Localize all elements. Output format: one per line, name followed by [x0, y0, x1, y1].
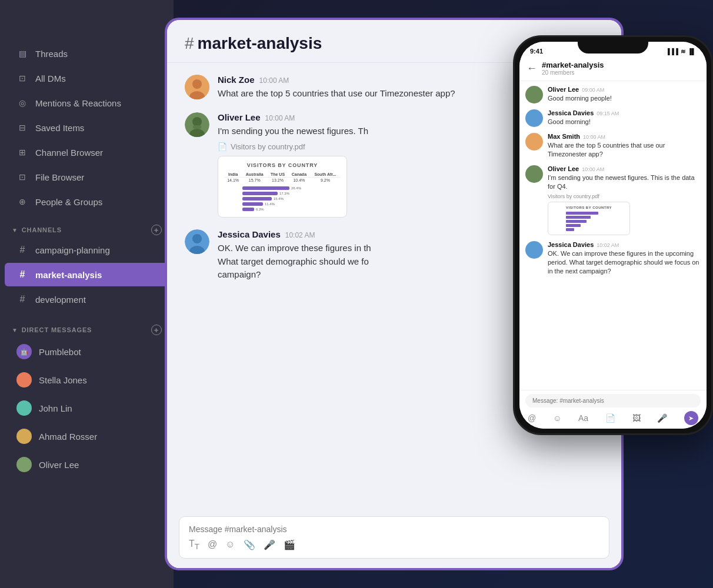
- phone-messages: Oliver Lee 09:00 AM Good morning people!…: [519, 81, 707, 390]
- channel-browser-icon: ⊞: [16, 146, 28, 158]
- phone-msg-5: Jessica Davies 10:02 AM OK. We can impro…: [525, 241, 701, 276]
- sidebar-item-saved[interactable]: ⊟ Saved Items: [5, 116, 169, 139]
- sidebar-item-pumblebot[interactable]: 🤖 Pumblebot: [5, 338, 169, 365]
- phone-mic-icon[interactable]: 🎤: [657, 413, 667, 423]
- svg-point-8: [192, 234, 202, 243]
- msg-2-author: Oliver Lee: [218, 112, 261, 122]
- bar-fill-1: [242, 186, 289, 190]
- phone-author-3: Max Smith: [548, 133, 580, 140]
- sidebar-item-development[interactable]: # development: [5, 288, 169, 311]
- emoji-icon[interactable]: ☺: [225, 539, 235, 550]
- svg-rect-6: [193, 125, 201, 129]
- phone-screen: 9:41 ▐▐▐ ≋ ▐▌ ← #market-analysis 20 memb…: [519, 42, 707, 429]
- hash-icon: #: [16, 244, 28, 256]
- phone-bar-chart: [552, 212, 626, 231]
- sidebar-item-alldms[interactable]: ⊡ All DMs: [5, 66, 169, 90]
- svg-point-1: [192, 79, 202, 89]
- phone-time-1: 09:00 AM: [582, 87, 604, 93]
- bar-chart: 26.4% 17.3% 15.4%: [224, 186, 341, 211]
- channel-name: market-analysis: [198, 34, 322, 53]
- phone-msg-1: Oliver Lee 09:00 AM Good morning people!: [525, 86, 701, 103]
- sidebar-item-ahmad[interactable]: Ahmad Rosser: [5, 423, 169, 450]
- video-icon[interactable]: 🎬: [284, 539, 295, 550]
- attach-icon[interactable]: 📎: [244, 539, 255, 550]
- chat-input-actions: TT @ ☺ 📎 🎤 🎬: [189, 539, 599, 551]
- bar-fill-5: [242, 208, 254, 211]
- bar-fill-2: [242, 192, 278, 195]
- msg-3-time: 10:02 AM: [285, 231, 315, 239]
- sidebar-item-oliver[interactable]: Oliver Lee: [5, 451, 169, 478]
- saved-icon: ⊟: [16, 122, 28, 133]
- phone-avatar-jessica-2: [525, 241, 543, 259]
- phone-mention-icon[interactable]: @: [528, 413, 536, 423]
- avatar-john: [16, 400, 32, 416]
- avatar-nick-zoe: [185, 75, 209, 99]
- phone-emoji-icon[interactable]: ☺: [553, 413, 561, 423]
- phone-author-1: Oliver Lee: [548, 86, 579, 93]
- scene: ▤ Threads ⊡ All DMs ◎ Mentions & Reactio…: [0, 0, 713, 588]
- sidebar-item-mentions[interactable]: ◎ Mentions & Reactions: [5, 91, 169, 115]
- phone-author-4: Oliver Lee: [548, 165, 579, 172]
- avatar-ahmad: [16, 429, 32, 444]
- phone-msg-4: Oliver Lee 10:00 AM I'm sending you the …: [525, 165, 701, 235]
- visitors-table: India Australia The US Canada South Afr.…: [224, 172, 341, 183]
- phone-status-right: ▐▐▐ ≋ ▐▌: [666, 48, 696, 55]
- phone-time-3: 10:00 AM: [583, 134, 605, 140]
- phone-author-2: Jessica Davies: [548, 109, 594, 116]
- msg-1-time: 10:00 AM: [259, 76, 289, 85]
- mentions-icon: ◎: [16, 97, 28, 109]
- sidebar-item-channel-browser[interactable]: ⊞ Channel Browser: [5, 141, 169, 164]
- msg-2-time: 10:00 AM: [265, 114, 295, 122]
- people-icon: ⊕: [16, 196, 28, 208]
- phone-doc-icon[interactable]: 📄: [605, 413, 615, 423]
- chat-input-field[interactable]: [189, 524, 599, 534]
- phone-input-actions: @ ☺ Aa 📄 🖼 🎤 ➤: [525, 411, 701, 425]
- phone-mockup: 9:41 ▐▐▐ ≋ ▐▌ ← #market-analysis 20 memb…: [513, 35, 713, 435]
- bar-row-2: 17.3%: [224, 192, 341, 195]
- phone-input-bar: @ ☺ Aa 📄 🖼 🎤 ➤: [519, 390, 707, 429]
- audio-icon[interactable]: 🎤: [264, 539, 275, 550]
- msg-3-author: Jessica Davies: [218, 229, 281, 239]
- bar-row-5: 6.2%: [224, 208, 341, 211]
- phone-text-2: Good morning!: [548, 118, 701, 126]
- threads-icon: ▤: [16, 48, 28, 59]
- channel-hash: #: [185, 34, 194, 53]
- sidebar-item-john[interactable]: John Lin: [5, 395, 169, 422]
- sidebar-item-campaign-planning[interactable]: # campaign-planning: [5, 238, 169, 262]
- avatar-jessica-chat: [185, 229, 209, 254]
- phone-font-icon[interactable]: Aa: [578, 413, 588, 423]
- phone-channel-members: 20 members: [542, 69, 604, 76]
- avatar-oliver-chat: [185, 112, 209, 137]
- battery-icon: ▐▌: [688, 48, 696, 55]
- phone-time-2: 09:15 AM: [597, 111, 619, 116]
- phone-avatar-oliver-1: [525, 86, 543, 103]
- sidebar-item-file-browser[interactable]: ⊡ File Browser: [5, 165, 169, 189]
- mention-icon[interactable]: @: [208, 539, 217, 550]
- phone-time-4: 10:00 AM: [582, 166, 604, 172]
- bar-fill-4: [242, 202, 263, 206]
- phone-time-5: 10:02 AM: [597, 242, 619, 248]
- sidebar-item-market-analysis[interactable]: # market-analysis: [5, 263, 169, 286]
- bar-row-1: 26.4%: [224, 186, 341, 190]
- dm-section-header: ▼ DIRECT MESSAGES +: [0, 318, 174, 338]
- phone-avatar-oliver-2: [525, 165, 543, 183]
- sidebar-item-people-groups[interactable]: ⊕ People & Groups: [5, 190, 169, 213]
- hash-icon-dev: #: [16, 293, 28, 305]
- svg-point-4: [192, 117, 202, 126]
- phone-send-button[interactable]: ➤: [684, 411, 698, 425]
- phone-msg-2: Jessica Davies 09:15 AM Good morning!: [525, 109, 701, 127]
- phone-image-icon[interactable]: 🖼: [632, 413, 641, 423]
- visitors-chart-preview: VISITORS BY COUNTRY India Australia The …: [218, 156, 347, 218]
- sidebar-item-stella[interactable]: Stella Jones: [5, 366, 169, 393]
- phone-chart-title: VISITORS BY COUNTRY: [552, 206, 626, 209]
- add-dm-button[interactable]: +: [151, 325, 162, 335]
- msg-1-author: Nick Zoe: [218, 75, 255, 85]
- phone-notch: [578, 37, 648, 54]
- add-channel-button[interactable]: +: [151, 225, 162, 235]
- phone-input-field[interactable]: [525, 394, 701, 407]
- chat-input-box[interactable]: TT @ ☺ 📎 🎤 🎬: [179, 516, 609, 559]
- hash-icon-active: #: [16, 269, 28, 280]
- back-button[interactable]: ←: [527, 62, 537, 75]
- format-text-icon[interactable]: TT: [189, 539, 199, 551]
- sidebar-item-threads[interactable]: ▤ Threads: [5, 42, 169, 65]
